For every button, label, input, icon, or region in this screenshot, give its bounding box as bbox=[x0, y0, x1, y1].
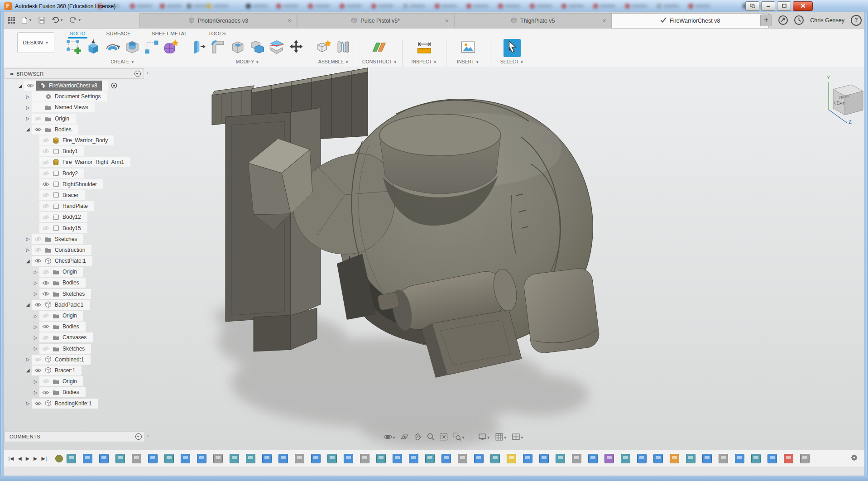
timeline-feature-34-icon[interactable] bbox=[604, 454, 614, 463]
ribbon-group-label[interactable]: INSPECT ▼ bbox=[411, 59, 436, 64]
visibility-eye-off-icon[interactable] bbox=[40, 335, 51, 341]
ribbon-group-label[interactable]: CREATE ▼ bbox=[110, 59, 134, 64]
joint-button[interactable] bbox=[335, 39, 352, 57]
expand-node-icon[interactable]: ▷ bbox=[24, 247, 32, 252]
display-settings-button[interactable]: ▼ bbox=[477, 432, 492, 444]
tree-row-combined-1[interactable]: ▷Combined:1 bbox=[5, 354, 144, 365]
view-cube[interactable]: Y Z LEFT FRONT bbox=[814, 72, 864, 124]
timeline-feature-20-icon[interactable] bbox=[376, 454, 386, 463]
restore-preview-button[interactable] bbox=[745, 1, 759, 11]
press-pull-button[interactable] bbox=[190, 39, 207, 57]
maximize-button[interactable] bbox=[777, 1, 791, 11]
timeline-feature-6-icon[interactable] bbox=[148, 454, 158, 463]
tree-row-body1[interactable]: Body1 bbox=[5, 146, 144, 157]
zoom-window-button[interactable]: ▼ bbox=[451, 432, 466, 444]
timeline-feature-9-icon[interactable] bbox=[197, 454, 206, 463]
hole-button[interactable] bbox=[124, 39, 141, 57]
new-document-tab-button[interactable]: + bbox=[760, 14, 772, 26]
collapse-panel-icon[interactable]: ◀◀ bbox=[10, 72, 13, 75]
orbit-button[interactable]: ▼ bbox=[382, 432, 397, 444]
measure-button[interactable] bbox=[416, 39, 433, 57]
document-tab-4[interactable]: FireWarriorChest v8✕ bbox=[612, 13, 769, 28]
timeline-feature-10-icon[interactable] bbox=[213, 454, 223, 463]
visibility-eye-off-icon[interactable] bbox=[33, 247, 43, 253]
fit-button[interactable] bbox=[438, 432, 450, 444]
timeline-feature-14-icon[interactable] bbox=[278, 454, 288, 463]
close-tab-icon[interactable]: ✕ bbox=[287, 18, 292, 24]
tree-row-named-views[interactable]: ▷Named Views bbox=[5, 102, 144, 113]
close-tab-icon[interactable]: ✕ bbox=[445, 18, 449, 24]
file-new-button[interactable]: ▼ bbox=[21, 17, 32, 24]
visibility-eye-off-icon[interactable] bbox=[40, 215, 51, 220]
timeline-feature-3-icon[interactable] bbox=[99, 454, 109, 463]
visibility-eye-on-icon[interactable] bbox=[33, 127, 43, 132]
timeline-feature-36-icon[interactable] bbox=[637, 454, 647, 463]
timeline-feature-28-icon[interactable] bbox=[507, 454, 516, 463]
timeline-feature-43-icon[interactable] bbox=[751, 454, 761, 463]
workspace-switcher[interactable]: DESIGN ▼ bbox=[17, 32, 54, 53]
timeline-feature-21-icon[interactable] bbox=[393, 454, 402, 463]
rectangular-pattern-button[interactable] bbox=[143, 39, 160, 57]
collapse-node-icon[interactable]: ◢ bbox=[24, 259, 32, 264]
ribbon-group-label[interactable]: ASSEMBLE ▼ bbox=[318, 59, 349, 64]
look-at-button[interactable] bbox=[399, 432, 410, 444]
zoom-button[interactable] bbox=[425, 432, 436, 444]
tree-row-sketches[interactable]: ▷Sketches bbox=[5, 234, 144, 245]
comments-minimize-icon[interactable] bbox=[135, 433, 142, 440]
expand-node-icon[interactable]: ▷ bbox=[32, 269, 39, 274]
visibility-eye-off-icon[interactable] bbox=[40, 160, 51, 165]
visibility-eye-on-icon[interactable] bbox=[33, 401, 43, 406]
visibility-eye-on-icon[interactable] bbox=[33, 302, 43, 308]
ribbon-group-label[interactable]: MODIFY ▼ bbox=[236, 59, 259, 64]
visibility-eye-off-icon[interactable] bbox=[40, 203, 51, 209]
ribbon-group-label[interactable]: INSERT ▼ bbox=[457, 59, 479, 64]
timeline-feature-19-icon[interactable] bbox=[360, 454, 369, 463]
comments-bar[interactable]: COMMENTS › bbox=[5, 431, 145, 442]
timeline-step-forward-button[interactable]: ▶ bbox=[34, 456, 37, 462]
timeline-play-button[interactable]: ▶ bbox=[26, 456, 29, 462]
tree-row-body15[interactable]: Body15 bbox=[5, 222, 144, 233]
expand-node-icon[interactable]: ▷ bbox=[32, 313, 39, 318]
visibility-eye-off-icon[interactable] bbox=[40, 192, 51, 198]
document-tab-3[interactable]: ThighPlate v5✕ bbox=[454, 13, 612, 28]
tree-row-construction[interactable]: ▷Construction bbox=[5, 245, 144, 255]
visibility-eye-off-icon[interactable] bbox=[33, 116, 43, 121]
timeline-feature-33-icon[interactable] bbox=[588, 454, 598, 463]
timeline-feature-45-icon[interactable] bbox=[784, 454, 793, 463]
extrude-button[interactable] bbox=[85, 39, 102, 57]
visibility-eye-on-icon[interactable] bbox=[25, 83, 35, 88]
collapse-node-icon[interactable]: ◢ bbox=[24, 127, 32, 132]
pan-button[interactable] bbox=[412, 432, 423, 444]
timeline-step-back-button[interactable]: ◀ bbox=[18, 456, 21, 462]
collapse-node-icon[interactable]: ◢ bbox=[24, 368, 32, 373]
timeline-feature-26-icon[interactable] bbox=[474, 454, 484, 463]
timeline-feature-37-icon[interactable] bbox=[653, 454, 663, 463]
expand-node-icon[interactable]: ▷ bbox=[24, 236, 32, 241]
timeline-feature-11-icon[interactable] bbox=[230, 454, 239, 463]
visibility-eye-on-icon[interactable] bbox=[40, 182, 51, 187]
ribbon-tab-sheet-metal[interactable]: SHEET METAL bbox=[150, 30, 189, 37]
panel-expand-arrow-icon[interactable]: › bbox=[147, 70, 149, 75]
expand-node-icon[interactable]: ▷ bbox=[32, 390, 39, 395]
timeline-feature-31-icon[interactable] bbox=[556, 454, 565, 463]
timeline-feature-22-icon[interactable] bbox=[409, 454, 418, 463]
tree-row-origin[interactable]: ▷Origin bbox=[5, 376, 144, 387]
visibility-eye-off-icon[interactable] bbox=[40, 149, 51, 154]
visibility-eye-off-icon[interactable] bbox=[40, 313, 51, 318]
save-button[interactable] bbox=[38, 17, 45, 24]
app-grid-button[interactable] bbox=[8, 17, 15, 24]
expand-node-icon[interactable]: ▷ bbox=[24, 94, 32, 99]
fillet-button[interactable] bbox=[210, 39, 227, 57]
document-tab-2[interactable]: Pulse Pistol v5*✕ bbox=[297, 13, 455, 28]
tree-row-bodies[interactable]: ▷Bodies bbox=[5, 277, 144, 288]
activate-component-radio[interactable] bbox=[111, 82, 117, 89]
tree-row-bondingknife-1[interactable]: ▷BondingKnife:1 bbox=[5, 398, 144, 409]
revolve-button[interactable] bbox=[104, 39, 121, 57]
expand-node-icon[interactable]: ▷ bbox=[32, 291, 39, 296]
ribbon-group-label[interactable]: CONSTRUCT ▼ bbox=[362, 59, 397, 64]
combine-button[interactable] bbox=[249, 39, 266, 57]
tree-row-sketches[interactable]: ▷Sketches bbox=[5, 343, 144, 354]
timeline-feature-32-icon[interactable] bbox=[572, 454, 581, 463]
tree-row-document-settings[interactable]: ▷Document Settings bbox=[5, 91, 144, 102]
collapse-node-icon[interactable]: ◢ bbox=[24, 302, 32, 307]
